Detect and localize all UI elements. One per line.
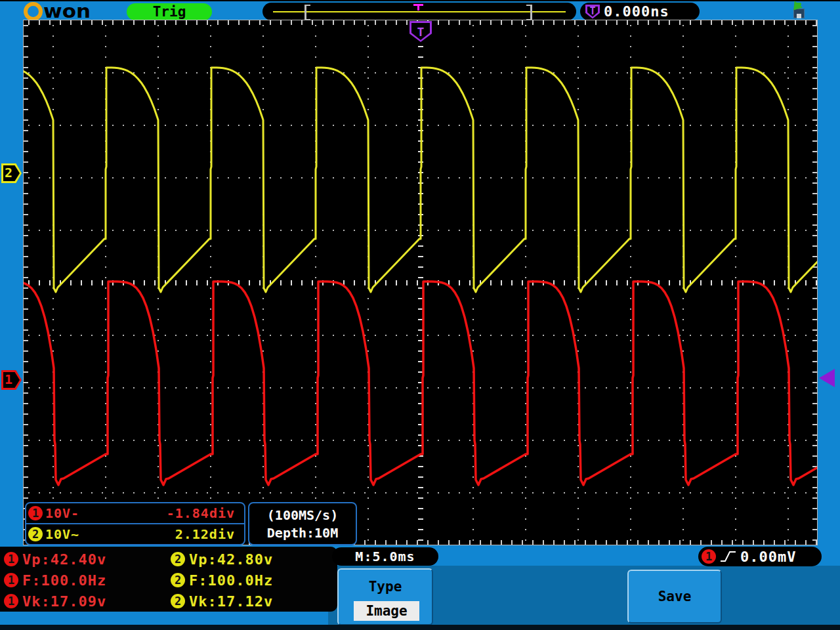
channel-settings-box: 1 10V- -1.84div 2 10V~ 2.12div: [25, 502, 245, 545]
ch1-zero-level-flag[interactable]: 1: [1, 370, 22, 390]
trigger-time-value: 0.000ns: [604, 3, 669, 20]
ch2-zero-level-flag[interactable]: 2: [1, 163, 22, 183]
acquisition-box: (100MS/s) Depth:10M: [248, 502, 357, 545]
type-label: Type: [339, 579, 432, 595]
meas-ch1-vk: 1 Vk:17.09v: [4, 591, 106, 611]
waveform-display: T: [23, 20, 818, 545]
trigger-t-icon: T: [585, 5, 600, 19]
owon-logo-o-icon: [24, 2, 43, 21]
trigger-status-badge: Trig: [127, 3, 212, 20]
ch2-position: 2.12div: [175, 526, 235, 542]
right-bracket-icon: [526, 5, 532, 20]
trigger-level-value: 0.00mV: [740, 549, 796, 565]
trace-ch1: [24, 282, 817, 485]
oscilloscope-screen: won Trig T 0.000ns: [0, 0, 840, 630]
ch2-badge: 2: [28, 527, 43, 541]
trace-ch2: [24, 68, 817, 292]
trigger-position-indicator[interactable]: T: [410, 21, 432, 42]
waveform-traces: [24, 20, 817, 545]
trigger-level-arrow[interactable]: [819, 369, 835, 387]
trigger-status-label: Trig: [153, 4, 186, 20]
screen-bottom-edge: [0, 625, 840, 630]
type-softkey-button[interactable]: Type Image: [337, 568, 433, 625]
ch2-scale: 10V~: [45, 526, 79, 542]
save-softkey-button[interactable]: Save: [627, 570, 722, 623]
horizontal-position-bar[interactable]: [262, 3, 576, 20]
ch1-badge: 1: [28, 506, 43, 520]
meas-ch1-vp: 1 Vp:42.40v: [4, 549, 106, 569]
owon-logo-text: won: [43, 3, 91, 19]
bottom-bar: 1 Vp:42.40v 1 F:100.0Hz 1 Vk:17.09v 2 Vp…: [0, 547, 840, 630]
ch1-settings-row: 1 10V- -1.84div: [26, 503, 244, 523]
ch1-scale: 10V-: [45, 505, 79, 521]
owon-logo: won: [24, 2, 91, 20]
ch1-position: -1.84div: [167, 505, 235, 521]
meas-ch2-vk: 2 Vk:17.12v: [171, 591, 273, 611]
rising-edge-icon: [720, 550, 737, 563]
graticule: T: [24, 20, 817, 545]
ch2-settings-row: 2 10V~ 2.12div: [26, 523, 244, 544]
meas-ch2-vp: 2 Vp:42.80v: [171, 549, 273, 569]
timebase-readout: M:5.0ms: [332, 547, 438, 566]
measurements-panel: 1 Vp:42.40v 1 F:100.0Hz 1 Vk:17.09v 2 Vp…: [0, 547, 337, 612]
top-status-bar: won Trig T 0.000ns: [0, 0, 840, 21]
type-value-chip: Image: [354, 601, 419, 621]
usb-save-icon: [789, 3, 808, 20]
sample-rate: (100MS/s): [267, 507, 338, 523]
trigger-level-readout: 1 0.00mV: [698, 547, 822, 566]
trigger-source-badge: 1: [702, 549, 716, 564]
trigger-position-marker-icon[interactable]: [413, 4, 423, 12]
left-bracket-icon: [304, 5, 310, 20]
trigger-time-readout: T 0.000ns: [580, 3, 700, 20]
meas-ch2-f: 2 F:100.0Hz: [171, 570, 273, 590]
meas-ch1-f: 1 F:100.0Hz: [4, 570, 106, 590]
memory-depth: Depth:10M: [267, 525, 338, 541]
